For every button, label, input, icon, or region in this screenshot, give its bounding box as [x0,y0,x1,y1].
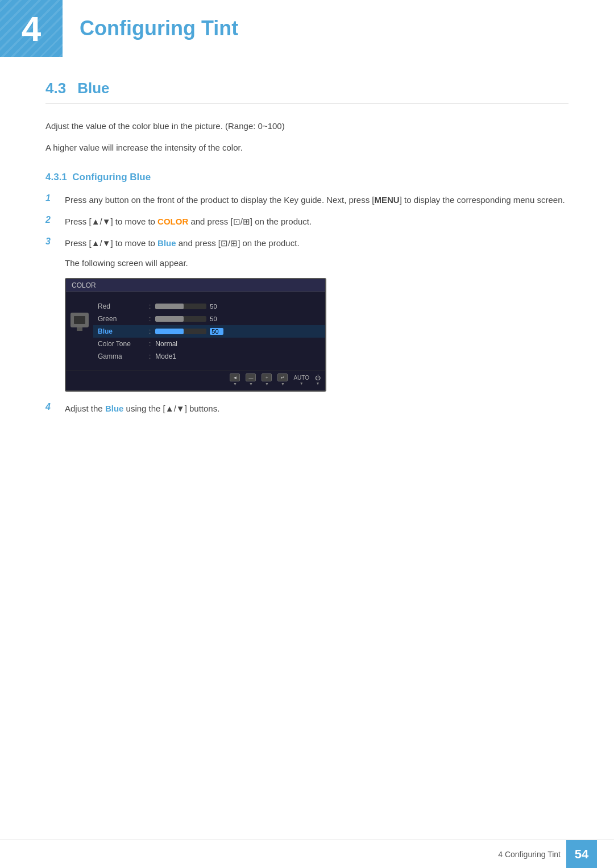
menu-bar-green: 50 [155,315,223,322]
main-content: 4.3 Blue Adjust the value of the color b… [0,57,614,469]
menu-label-red: Red [98,302,149,310]
page-header: 4 Configuring Tint [0,0,614,57]
btn-left: ◄ ▼ [230,373,240,386]
blue-keyword-step3: Blue [157,238,176,248]
btn-power: ⏻ ▼ [315,375,321,385]
monitor-icon [70,313,89,327]
menu-row-colortone: Color Tone : Normal [93,338,325,350]
chapter-number-block: 4 [0,0,63,57]
menu-label-colortone: Color Tone [98,340,149,348]
description-2: A higher value will increase the intensi… [45,141,569,155]
screen-menu: Red : 50 Green : 50 [93,297,325,366]
blue-keyword-step4: Blue [105,404,124,413]
step4-list: 4 Adjust the Blue using the [▲/▼] button… [45,402,569,416]
step-2-number: 2 [45,215,56,225]
screen-body: Red : 50 Green : 50 [66,292,325,371]
footer-page-badge: 54 [566,840,597,869]
menu-label-blue: Blue [98,327,149,335]
description-1: Adjust the value of the color blue in th… [45,119,569,133]
menu-row-green: Green : 50 [93,313,325,325]
step-2: 2 Press [▲/▼] to move to COLOR and press… [45,215,569,229]
menu-bar-red: 50 [155,303,223,310]
step-4: 4 Adjust the Blue using the [▲/▼] button… [45,402,569,416]
menu-row-gamma: Gamma : Mode1 [93,350,325,363]
step-1-number: 1 [45,193,56,203]
screen-note: The following screen will appear. [65,258,569,268]
page-footer: 4 Configuring Tint 54 [0,840,614,868]
step-4-number: 4 [45,402,56,412]
screen-icon-col [66,297,93,366]
chapter-title: Configuring Tint [63,0,238,57]
screen-wrapper: COLOR Red : [65,278,569,392]
menu-value-colortone: Normal [155,340,177,348]
menu-label-green: Green [98,315,149,323]
btn-enter: ↵ ▼ [277,373,288,386]
menu-label-gamma: Gamma [98,352,149,360]
screen-mockup: COLOR Red : [65,278,326,392]
step-2-text: Press [▲/▼] to move to COLOR and press [… [65,215,312,229]
footer-text: 4 Configuring Tint [498,850,561,859]
step-4-text: Adjust the Blue using the [▲/▼] buttons. [65,402,219,416]
chapter-number: 4 [22,9,41,49]
step-1-text: Press any button on the front of the pro… [65,193,565,207]
menu-row-red: Red : 50 [93,300,325,313]
btn-minus: — ▼ [246,373,256,386]
menu-keyword: MENU [374,195,399,205]
subsection-heading: 4.3.1 Configuring Blue [45,172,569,183]
section-title: Blue [77,80,109,97]
subsection-number: 4.3.1 [45,172,67,182]
step-3: 3 Press [▲/▼] to move to Blue and press … [45,236,569,250]
step-3-number: 3 [45,236,56,247]
section-heading: 4.3 Blue [45,80,569,103]
section-number: 4.3 [45,80,66,97]
step-1: 1 Press any button on the front of the p… [45,193,569,207]
steps-list: 1 Press any button on the front of the p… [45,193,569,250]
menu-row-blue: Blue : 50 [93,325,325,338]
btn-auto: AUTO ▼ [293,375,309,385]
step-3-text: Press [▲/▼] to move to Blue and press [⊡… [65,236,300,250]
subsection-title: Configuring Blue [72,172,151,182]
btn-plus: + ▼ [262,373,272,386]
color-keyword: COLOR [157,217,188,226]
screen-title-bar: COLOR [66,279,325,292]
screen-bottom-bar: ◄ ▼ — ▼ + ▼ ↵ ▼ AUTO ▼ [66,371,325,386]
menu-value-gamma: Mode1 [155,352,176,360]
menu-bar-blue: 50 [155,328,223,335]
